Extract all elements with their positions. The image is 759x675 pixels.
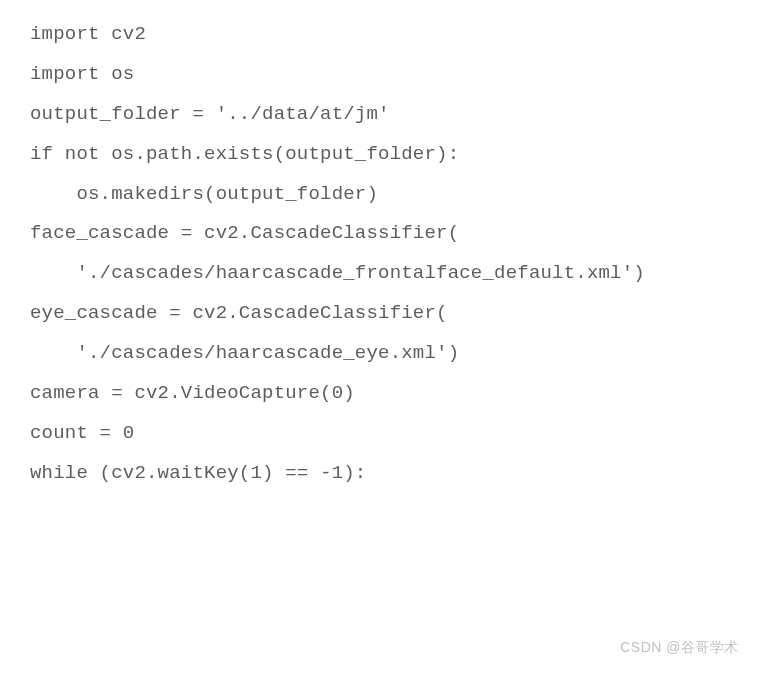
code-line: './cascades/haarcascade_eye.xml') [30,334,729,374]
code-line: while (cv2.waitKey(1) == -1): [30,454,729,494]
code-line: output_folder = '../data/at/jm' [30,95,729,135]
code-line: import cv2 [30,15,729,55]
code-line: './cascades/haarcascade_frontalface_defa… [30,254,729,294]
code-line: import os [30,55,729,95]
code-block: import cv2 import os output_folder = '..… [0,0,759,509]
code-line: camera = cv2.VideoCapture(0) [30,374,729,414]
code-line: os.makedirs(output_folder) [30,175,729,215]
code-line: count = 0 [30,414,729,454]
code-line: eye_cascade = cv2.CascadeClassifier( [30,294,729,334]
code-line: if not os.path.exists(output_folder): [30,135,729,175]
code-line: face_cascade = cv2.CascadeClassifier( [30,214,729,254]
watermark-text: CSDN @谷哥学术 [620,639,739,657]
